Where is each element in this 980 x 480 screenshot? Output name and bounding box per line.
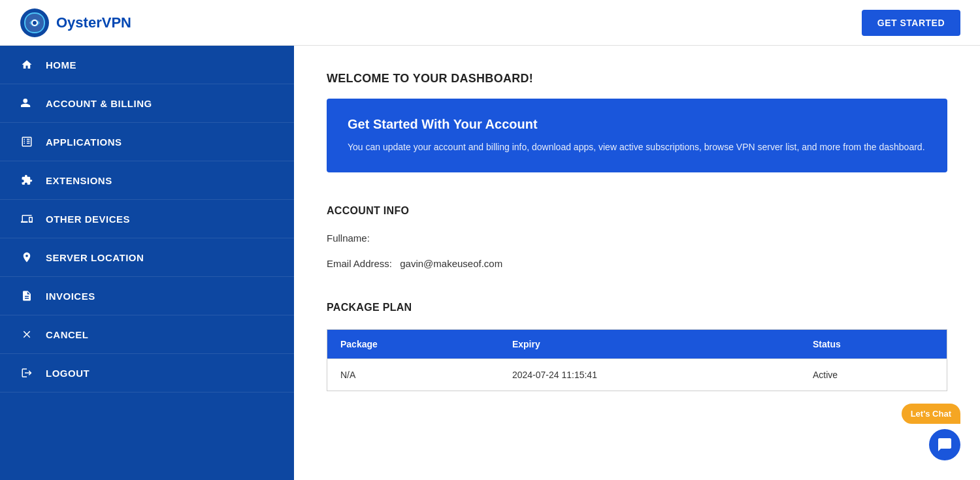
sidebar-item-extensions-label: EXTENSIONS bbox=[46, 175, 112, 186]
banner-title: Get Started With Your Account bbox=[348, 117, 926, 132]
package-table: Package Expiry Status N/A2024-07-24 11:1… bbox=[327, 329, 947, 391]
extensions-icon bbox=[20, 173, 34, 187]
package-plan-title: PACKAGE PLAN bbox=[327, 302, 947, 313]
table-cell-status: Active bbox=[800, 359, 947, 391]
welcome-title: WELCOME TO YOUR DASHBOARD! bbox=[327, 72, 947, 86]
main-content: WELCOME TO YOUR DASHBOARD! Get Started W… bbox=[294, 46, 980, 480]
svg-point-3 bbox=[33, 21, 37, 25]
chat-icon bbox=[937, 437, 953, 453]
table-cell-package: N/A bbox=[327, 359, 499, 391]
chat-widget: Let's Chat bbox=[902, 404, 960, 460]
page-layout: HOME ACCOUNT & BILLING APPLICATIONS EXTE… bbox=[0, 46, 980, 480]
table-header-status: Status bbox=[800, 330, 947, 359]
table-row: N/A2024-07-24 11:15:41Active bbox=[327, 359, 947, 391]
sidebar-item-account-label: ACCOUNT & BILLING bbox=[46, 98, 152, 109]
sidebar-item-logout-label: LOGOUT bbox=[46, 368, 90, 379]
email-value: gavin@makeuseof.com bbox=[400, 258, 502, 269]
invoices-icon bbox=[20, 289, 34, 303]
account-icon bbox=[20, 96, 34, 110]
oyster-vpn-logo-icon bbox=[20, 8, 50, 38]
sidebar-item-server-location-label: SERVER LOCATION bbox=[46, 252, 144, 263]
fullname-label: Fullname: bbox=[327, 232, 370, 244]
table-cell-expiry: 2024-07-24 11:15:41 bbox=[499, 359, 800, 391]
sidebar: HOME ACCOUNT & BILLING APPLICATIONS EXTE… bbox=[0, 46, 294, 480]
table-header-expiry: Expiry bbox=[499, 330, 800, 359]
logout-icon bbox=[20, 366, 34, 380]
get-started-button[interactable]: GET STARTED bbox=[862, 10, 960, 36]
email-row: Email Address: gavin@makeuseof.com bbox=[327, 258, 947, 269]
applications-icon bbox=[20, 135, 34, 149]
sidebar-item-cancel-label: CANCEL bbox=[46, 329, 89, 340]
table-header-package: Package bbox=[327, 330, 499, 359]
email-label: Email Address: bbox=[327, 258, 392, 269]
sidebar-item-applications[interactable]: APPLICATIONS bbox=[0, 123, 294, 161]
sidebar-item-other-devices[interactable]: OTHER DEVICES bbox=[0, 200, 294, 238]
cancel-icon bbox=[20, 327, 34, 342]
chat-bubble: Let's Chat bbox=[902, 404, 960, 424]
logo[interactable]: OysterVPN bbox=[20, 8, 131, 38]
sidebar-item-other-devices-label: OTHER DEVICES bbox=[46, 214, 130, 225]
fullname-row: Fullname: bbox=[327, 232, 947, 244]
sidebar-item-home-label: HOME bbox=[46, 59, 76, 71]
account-info-title: ACCOUNT INFO bbox=[327, 205, 947, 217]
sidebar-item-logout[interactable]: LOGOUT bbox=[0, 354, 294, 392]
chat-bubble-text: Let's Chat bbox=[911, 409, 951, 419]
header: OysterVPN GET STARTED bbox=[0, 0, 980, 46]
sidebar-item-invoices[interactable]: INVOICES bbox=[0, 277, 294, 315]
sidebar-item-cancel[interactable]: CANCEL bbox=[0, 315, 294, 354]
devices-icon bbox=[20, 212, 34, 226]
chat-open-button[interactable] bbox=[929, 429, 960, 460]
sidebar-item-server-location[interactable]: SERVER LOCATION bbox=[0, 238, 294, 277]
package-plan-section: PACKAGE PLAN Package Expiry Status N/A20… bbox=[327, 302, 947, 391]
logo-text: OysterVPN bbox=[56, 14, 131, 31]
sidebar-item-account-billing[interactable]: ACCOUNT & BILLING bbox=[0, 84, 294, 123]
info-banner: Get Started With Your Account You can up… bbox=[327, 99, 947, 172]
account-info-section: ACCOUNT INFO Fullname: Email Address: ga… bbox=[327, 205, 947, 269]
location-icon bbox=[20, 250, 34, 264]
home-icon bbox=[20, 57, 34, 72]
sidebar-item-extensions[interactable]: EXTENSIONS bbox=[0, 161, 294, 200]
banner-text: You can update your account and billing … bbox=[348, 140, 926, 154]
sidebar-item-invoices-label: INVOICES bbox=[46, 291, 95, 302]
sidebar-item-home[interactable]: HOME bbox=[0, 46, 294, 84]
sidebar-item-applications-label: APPLICATIONS bbox=[46, 136, 122, 148]
